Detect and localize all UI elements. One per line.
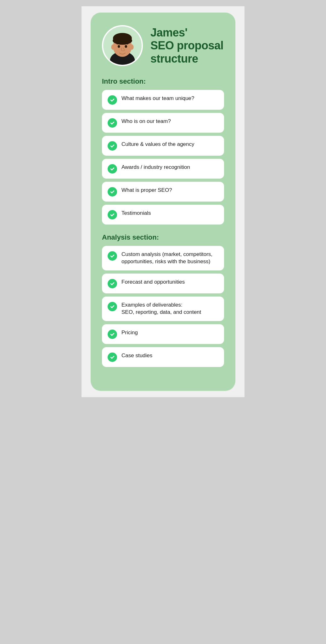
list-item: Forecast and opportunities	[102, 274, 224, 293]
check-icon	[108, 353, 117, 362]
intro-section-label: Intro section:	[102, 77, 224, 86]
list-item: What makes our team unique?	[102, 90, 224, 110]
header: James' SEO proposal structure	[102, 25, 224, 66]
check-icon	[108, 95, 117, 105]
check-icon	[108, 210, 117, 219]
check-icon	[108, 187, 117, 197]
check-icon	[108, 118, 117, 128]
item-text: What makes our team unique?	[121, 95, 194, 102]
list-item: What is proper SEO?	[102, 182, 224, 202]
item-text: Pricing	[121, 329, 138, 336]
list-item: Culture & values of the agency	[102, 136, 224, 156]
check-icon	[108, 330, 117, 339]
item-text: Examples of deliverables:SEO, reporting,…	[121, 302, 201, 316]
check-icon	[108, 164, 117, 174]
item-text: Awards / industry recognition	[121, 164, 190, 171]
item-text: Case studies	[121, 352, 152, 359]
check-icon	[108, 141, 117, 151]
item-text: What is proper SEO?	[121, 187, 172, 194]
svg-point-6	[118, 45, 120, 48]
intro-section: Intro section: What makes our team uniqu…	[102, 77, 224, 225]
item-text: Testimonials	[121, 210, 151, 217]
list-item: Awards / industry recognition	[102, 159, 224, 179]
svg-point-5	[113, 36, 132, 45]
intro-items-list: What makes our team unique? Who is on ou…	[102, 90, 224, 225]
svg-point-8	[111, 44, 115, 50]
analysis-section-label: Analysis section:	[102, 233, 224, 242]
item-text: Forecast and opportunities	[121, 279, 185, 286]
list-item: Testimonials	[102, 205, 224, 225]
item-text: Who is on our team?	[121, 118, 171, 125]
list-item: Who is on our team?	[102, 113, 224, 133]
list-item: Examples of deliverables:SEO, reporting,…	[102, 297, 224, 321]
item-text: Custom analysis (market, competitors, op…	[121, 251, 218, 265]
analysis-items-list: Custom analysis (market, competitors, op…	[102, 246, 224, 367]
analysis-section: Analysis section: Custom analysis (marke…	[102, 233, 224, 367]
check-icon	[108, 251, 117, 261]
list-item: Case studies	[102, 347, 224, 367]
check-icon	[108, 279, 117, 288]
svg-point-9	[130, 44, 133, 50]
avatar	[102, 25, 143, 66]
page-title: James' SEO proposal structure	[150, 26, 224, 65]
check-icon	[108, 302, 117, 311]
title-block: James' SEO proposal structure	[150, 26, 224, 65]
card: James' SEO proposal structure Intro sect…	[91, 13, 235, 391]
page-wrapper: James' SEO proposal structure Intro sect…	[82, 6, 244, 397]
list-item: Pricing	[102, 324, 224, 344]
svg-point-7	[125, 45, 127, 48]
list-item: Custom analysis (market, competitors, op…	[102, 246, 224, 270]
item-text: Culture & values of the agency	[121, 141, 194, 148]
